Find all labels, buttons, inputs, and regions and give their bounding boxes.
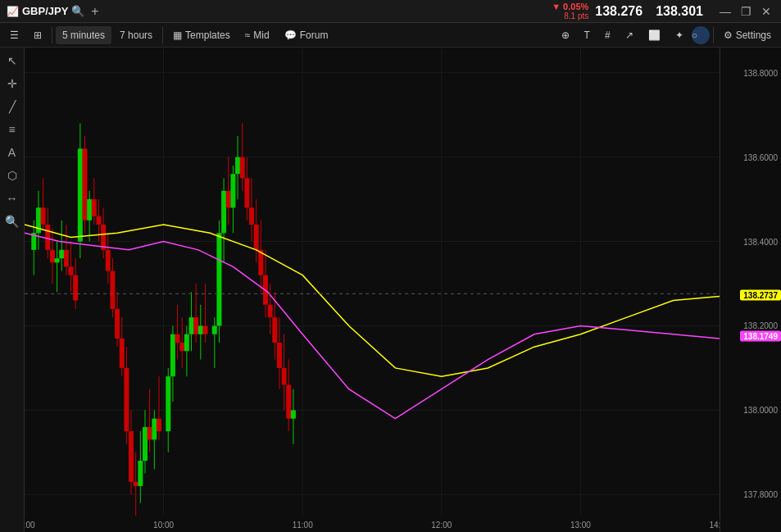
timeframe2-button[interactable]: 7 hours (113, 26, 159, 44)
hash-button[interactable]: # (598, 26, 617, 44)
chart-canvas (25, 48, 720, 532)
add-tab-button[interactable]: + (88, 4, 102, 19)
mid-icon: ≈ (245, 30, 251, 41)
price-label: 138.4000 (743, 237, 778, 246)
ellipse-button[interactable]: ○ (692, 26, 710, 44)
line-tool[interactable]: ╱ (6, 97, 19, 116)
price-highlight-label: 138.1749 (740, 331, 781, 342)
separator-3 (713, 27, 714, 43)
window-controls: — ❐ ✕ (710, 3, 781, 20)
top-bar: 📈 GBP/JPY 🔍 + ▼ 0.05% 8.1 pts 138.276 13… (0, 0, 781, 23)
text-tool[interactable]: A (5, 143, 19, 162)
separator-1 (52, 27, 52, 43)
price-area: ▼ 0.05% 8.1 pts 138.276 138.301 (552, 2, 710, 20)
chart-icon: 📈 (7, 6, 19, 17)
pct-change: ▼ 0.05% (552, 2, 588, 11)
grid-button[interactable]: ⊞ (27, 26, 48, 44)
search-icon: 🔍 (71, 5, 84, 17)
templates-icon: ▦ (173, 30, 182, 41)
pts-change: 8.1 pts (564, 11, 588, 20)
left-tools: ↖ ✛ ╱ ≡ A ⬡ ↔ 🔍 (0, 48, 25, 532)
restore-button[interactable]: ❐ (738, 3, 755, 20)
symbol-label: GBP/JPY (22, 5, 68, 17)
grid-icon: ⊞ (34, 30, 42, 41)
symbol-area: 📈 GBP/JPY 🔍 + (0, 4, 109, 19)
chart-container: ↖ ✛ ╱ ≡ A ⬡ ↔ 🔍 138.8000138.6000138.4000… (0, 48, 781, 532)
price-axis: 138.8000138.6000138.4000138.2000138.0000… (720, 48, 781, 532)
fib-tool[interactable]: ≡ (5, 120, 18, 139)
templates-label: Templates (185, 30, 230, 41)
bid-price: 138.276 (595, 4, 643, 19)
toolbar-right: ⊕ T # ↗ ⬜ ✦ ○ ⚙ Settings (555, 26, 778, 44)
crosshair-tool[interactable]: ✛ (4, 74, 20, 93)
templates-button[interactable]: ▦ Templates (166, 26, 237, 44)
gear-icon: ⚙ (724, 30, 733, 41)
mid-label: Mid (253, 30, 269, 41)
price-highlight-label: 138.2737 (740, 289, 781, 300)
shape-tool[interactable]: ⬡ (4, 166, 20, 185)
settings-button[interactable]: ⚙ Settings (717, 26, 778, 44)
timeframe1-label: 5 minutes (62, 30, 105, 41)
price-label: 138.8000 (743, 68, 778, 77)
crosshair-button[interactable]: ⊕ (555, 26, 576, 44)
price-change: ▼ 0.05% 8.1 pts (552, 2, 588, 20)
settings-label: Settings (736, 30, 771, 41)
forum-button[interactable]: 💬 Forum (278, 26, 335, 44)
rect-button[interactable]: ⬜ (642, 26, 667, 44)
mid-button[interactable]: ≈ Mid (238, 26, 276, 44)
timeframe2-label: 7 hours (120, 30, 152, 41)
layout-icon: ☰ (10, 30, 19, 41)
layout-button[interactable]: ☰ (3, 26, 25, 44)
forum-label: Forum (300, 30, 329, 41)
wand-button[interactable]: ✦ (669, 26, 690, 44)
price-label: 137.8000 (743, 490, 778, 499)
symbol-button[interactable]: 📈 GBP/JPY 🔍 (7, 5, 84, 17)
measure-tool[interactable]: ↔ (3, 189, 21, 208)
main-chart[interactable] (25, 48, 720, 532)
price-label: 138.2000 (743, 321, 778, 330)
price-label: 138.0000 (743, 406, 778, 415)
price-label: 138.6000 (743, 152, 778, 161)
separator-2 (162, 27, 163, 43)
cursor-tool[interactable]: ↖ (4, 51, 20, 70)
close-button[interactable]: ✕ (758, 3, 774, 20)
arrow-button[interactable]: ↗ (619, 26, 640, 44)
timeframe1-button[interactable]: 5 minutes (56, 26, 111, 44)
zoom-tool[interactable]: 🔍 (2, 211, 22, 231)
minimize-button[interactable]: — (716, 3, 734, 20)
toolbar: ☰ ⊞ 5 minutes 7 hours ▦ Templates ≈ Mid … (0, 23, 781, 48)
text-button[interactable]: T (578, 26, 597, 44)
ask-price: 138.301 (656, 4, 703, 19)
forum-icon: 💬 (284, 30, 297, 41)
